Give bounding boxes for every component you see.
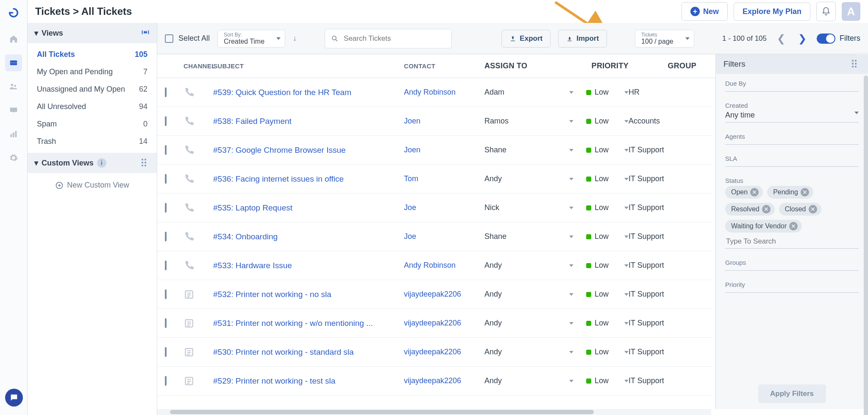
assign-cell[interactable]: Andy [484, 290, 573, 299]
assign-cell[interactable]: Andy [484, 348, 573, 356]
contact-link[interactable]: vijaydeepak2206 [404, 376, 461, 385]
ticket-subject-link[interactable]: #536: Facing internet issues in office [213, 174, 344, 183]
search-input[interactable] [325, 29, 452, 48]
new-button[interactable]: +New [682, 2, 728, 21]
group-cell[interactable]: IT Support [629, 261, 696, 270]
row-checkbox[interactable] [165, 289, 167, 299]
filter-groups[interactable]: Groups [725, 259, 859, 271]
row-checkbox[interactable] [165, 232, 167, 241]
export-button[interactable]: Export [501, 30, 551, 48]
row-checkbox[interactable] [165, 174, 167, 184]
reports-icon[interactable] [5, 126, 22, 143]
table-row[interactable]: #532: Printer not working - no slavijayd… [157, 280, 712, 309]
select-all-checkbox[interactable] [165, 34, 173, 43]
priority-cell[interactable]: Low [573, 290, 629, 299]
table-row[interactable]: #537: Google Chrome Browser IssueJoenSha… [157, 136, 712, 165]
contacts-icon[interactable] [5, 78, 22, 95]
reorder-icon[interactable] [852, 60, 860, 68]
assign-cell[interactable]: Nick [484, 203, 573, 212]
sort-dropdown[interactable]: Sort By: Created Time [217, 30, 285, 48]
table-row[interactable]: #533: Hardware IssueAndy RobinsonAndyLow… [157, 251, 712, 280]
ticket-subject-link[interactable]: #529: Printer not working - test sla [213, 376, 335, 385]
status-chip[interactable]: Open✕ [725, 186, 763, 199]
group-cell[interactable]: IT Support [629, 290, 696, 299]
row-checkbox[interactable] [165, 261, 167, 270]
view-item[interactable]: Spam0 [28, 115, 157, 133]
row-checkbox[interactable] [165, 376, 167, 386]
table-row[interactable]: #536: Facing internet issues in officeTo… [157, 165, 712, 193]
table-row[interactable]: #534: OnboardingJoeShaneLowIT Support [157, 222, 712, 251]
ticket-subject-link[interactable]: #531: Printer not working - w/o mentioni… [213, 319, 373, 328]
ticket-subject-link[interactable]: #538: Failed Payment [213, 117, 292, 126]
tickets-icon[interactable] [5, 54, 22, 71]
row-checkbox[interactable] [165, 87, 167, 97]
ticket-subject-link[interactable]: #539: Quick Question for the HR Team [213, 88, 351, 97]
chat-icon[interactable] [5, 389, 23, 407]
contact-link[interactable]: vijaydeepak2206 [404, 319, 461, 327]
contact-link[interactable]: Joen [404, 117, 420, 125]
contact-link[interactable]: Joen [404, 146, 420, 154]
status-chip[interactable]: Closed✕ [779, 203, 821, 216]
view-item[interactable]: Trash14 [28, 133, 157, 150]
filter-created[interactable]: Created Any time [725, 102, 859, 123]
priority-cell[interactable]: Low [573, 319, 629, 328]
assign-cell[interactable]: Andy [484, 319, 573, 328]
priority-cell[interactable]: Low [573, 261, 629, 270]
group-cell[interactable]: IT Support [629, 203, 696, 212]
status-search-input[interactable] [725, 237, 859, 249]
table-row[interactable]: #539: Quick Question for the HR TeamAndy… [157, 78, 712, 107]
chip-remove-icon[interactable]: ✕ [801, 188, 809, 196]
expand-icon[interactable] [141, 28, 150, 39]
ticket-subject-link[interactable]: #534: Onboarding [213, 232, 278, 241]
notifications-icon[interactable] [816, 2, 836, 21]
chip-remove-icon[interactable]: ✕ [762, 205, 771, 213]
reorder-icon[interactable] [142, 159, 150, 167]
contact-link[interactable]: vijaydeepak2206 [404, 290, 461, 298]
filter-agents[interactable]: Agents [725, 133, 859, 145]
explore-plan-button[interactable]: Explore My Plan [734, 3, 810, 21]
horizontal-scrollbar[interactable] [157, 409, 711, 415]
filters-toggle[interactable] [817, 34, 835, 44]
table-row[interactable]: #530: Printer not working - standard sla… [157, 338, 712, 367]
priority-cell[interactable]: Low [573, 348, 629, 356]
group-cell[interactable]: HR [629, 88, 696, 97]
custom-views-header[interactable]: ▾ Custom Views i [28, 153, 157, 173]
view-item[interactable]: My Open and Pending7 [28, 63, 157, 81]
priority-cell[interactable]: Low [573, 174, 629, 183]
settings-icon[interactable] [5, 149, 22, 166]
row-checkbox[interactable] [165, 318, 167, 328]
priority-cell[interactable]: Low [573, 203, 629, 212]
view-item[interactable]: All Unresolved94 [28, 98, 157, 115]
view-item[interactable]: All Tickets105 [28, 46, 157, 63]
priority-cell[interactable]: Low [573, 376, 629, 385]
row-checkbox[interactable] [165, 116, 167, 126]
priority-cell[interactable]: Low [573, 232, 629, 241]
kb-icon[interactable] [5, 102, 22, 119]
contact-link[interactable]: Tom [404, 174, 418, 183]
view-item[interactable]: Unassigned and My Open62 [28, 81, 157, 98]
info-icon[interactable]: i [97, 158, 106, 168]
views-header[interactable]: ▾ Views [28, 23, 157, 43]
priority-cell[interactable]: Low [573, 117, 629, 126]
table-row[interactable]: #538: Failed PaymentJoenRamosLowAccounts [157, 107, 712, 136]
row-checkbox[interactable] [165, 203, 167, 213]
page-size-dropdown[interactable]: Tickets 100 / page [635, 30, 694, 48]
group-cell[interactable]: IT Support [629, 146, 696, 154]
ticket-subject-link[interactable]: #537: Google Chrome Browser Issue [213, 146, 346, 154]
contact-link[interactable]: vijaydeepak2206 [404, 348, 461, 356]
app-logo[interactable] [5, 4, 22, 21]
group-cell[interactable]: IT Support [629, 232, 696, 241]
row-checkbox[interactable] [165, 347, 167, 357]
prev-page-icon[interactable]: ❮ [774, 31, 788, 46]
filters-scrollbar[interactable] [864, 76, 868, 415]
group-cell[interactable]: IT Support [629, 174, 696, 183]
contact-link[interactable]: Andy Robinson [404, 88, 456, 96]
avatar[interactable]: A [842, 2, 860, 21]
priority-cell[interactable]: Low [573, 146, 629, 154]
group-cell[interactable]: IT Support [629, 376, 696, 385]
home-icon[interactable] [5, 31, 22, 48]
filter-due-by[interactable]: Due By [725, 80, 859, 92]
priority-cell[interactable]: Low [573, 88, 629, 97]
filter-priority[interactable]: Priority [725, 281, 859, 293]
new-custom-view[interactable]: New Custom View [28, 173, 157, 197]
